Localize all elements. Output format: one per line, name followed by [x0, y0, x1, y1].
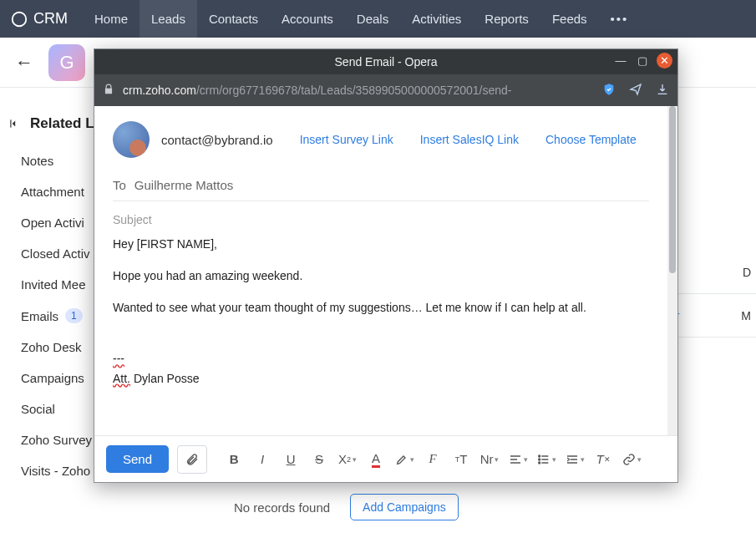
collapse-icon[interactable]	[8, 118, 23, 129]
avatar-letter: G	[59, 52, 74, 74]
nav-activities[interactable]: Activities	[400, 0, 473, 38]
body-greeting: Hey [FIRST NAME],	[113, 235, 649, 255]
to-value: Guilherme Mattos	[134, 178, 233, 192]
nav-contacts[interactable]: Contacts	[197, 0, 270, 38]
window-title: Send Email - Opera	[335, 55, 438, 69]
insert-salesiq-link[interactable]: Insert SalesIQ Link	[420, 133, 519, 146]
font-size-icon[interactable]: TT	[449, 448, 473, 471]
heading-icon[interactable]: Nr▾	[478, 448, 501, 471]
bold-icon[interactable]: B	[222, 448, 246, 471]
to-label: To	[113, 178, 126, 192]
crm-logo[interactable]: CRM	[10, 10, 68, 28]
send-email-window: Send Email - Opera — ▢ ✕ crm.zoho.com/cr…	[94, 48, 678, 483]
list-icon[interactable]: ▾	[535, 448, 558, 471]
top-nav: CRM Home Leads Contacts Accounts Deals A…	[0, 0, 756, 38]
italic-icon[interactable]: I	[251, 448, 274, 471]
svg-point-2	[538, 459, 540, 460]
strikethrough-icon[interactable]: S	[307, 448, 331, 471]
nav-leads[interactable]: Leads	[140, 0, 197, 38]
from-email: contact@bybrand.io	[161, 133, 273, 147]
clear-format-icon[interactable]: T✕	[591, 448, 615, 471]
maximize-icon[interactable]: ▢	[635, 53, 650, 69]
align-icon[interactable]: ▾	[506, 448, 530, 471]
url-text: crm.zoho.com/crm/org677169678/tab/Leads/…	[123, 84, 594, 97]
add-campaigns-button[interactable]: Add Campaigns	[350, 494, 459, 520]
insert-link-icon[interactable]: ▾	[620, 448, 643, 471]
body-line-2: Wanted to see what your team thought of …	[113, 298, 649, 318]
send-button[interactable]: Send	[106, 445, 169, 473]
body-line-1: Hope you had an amazing weekend.	[113, 266, 649, 287]
signature: ---Att. Dylan Posse	[113, 349, 649, 389]
email-body-editor[interactable]: Hey [FIRST NAME], Hope you had an amazin…	[113, 235, 649, 389]
svg-point-1	[538, 455, 540, 457]
browser-address-bar[interactable]: crm.zoho.com/crm/org677169678/tab/Leads/…	[94, 74, 677, 106]
font-color-icon[interactable]: A	[364, 448, 388, 471]
svg-point-3	[538, 462, 540, 464]
sender-avatar	[113, 121, 150, 158]
compose-toolbar: Send B I U S X2▾ A ▾ F TT Nr▾ ▾ ▾ ▾	[94, 435, 677, 482]
download-icon[interactable]	[656, 83, 669, 99]
svg-rect-0	[10, 119, 11, 127]
emails-badge: 1	[65, 308, 83, 323]
insert-survey-link[interactable]: Insert Survey Link	[300, 133, 393, 146]
minimize-icon[interactable]: —	[613, 53, 628, 69]
subject-field[interactable]: Subject	[113, 213, 649, 226]
nav-accounts[interactable]: Accounts	[270, 0, 345, 38]
nav-reports[interactable]: Reports	[473, 0, 540, 38]
indent-icon[interactable]: ▾	[563, 448, 586, 471]
nav-more-icon[interactable]: •••	[599, 12, 641, 26]
send-to-device-icon[interactable]	[629, 83, 642, 99]
font-family-icon[interactable]: F	[421, 448, 444, 471]
nav-deals[interactable]: Deals	[345, 0, 400, 38]
shield-icon[interactable]	[602, 83, 616, 99]
nav-home[interactable]: Home	[83, 0, 140, 38]
close-icon[interactable]: ✕	[657, 53, 672, 69]
attach-button[interactable]	[177, 445, 207, 474]
brand-label: CRM	[33, 10, 68, 28]
choose-template-link[interactable]: Choose Template	[545, 133, 637, 146]
no-records-label: No records found	[234, 500, 330, 515]
lead-avatar[interactable]: G	[48, 44, 85, 81]
email-compose-area: contact@bybrand.io Insert Survey Link In…	[94, 106, 677, 435]
popup-scrollbar[interactable]	[667, 106, 677, 432]
nav-feeds[interactable]: Feeds	[540, 0, 599, 38]
back-arrow-icon[interactable]: ←	[15, 52, 33, 74]
underline-icon[interactable]: U	[279, 448, 302, 471]
subscript-icon[interactable]: X2▾	[336, 448, 359, 471]
window-titlebar[interactable]: Send Email - Opera — ▢ ✕	[94, 49, 677, 74]
campaigns-section: No records found Add Campaigns	[234, 494, 459, 520]
highlight-color-icon[interactable]: ▾	[393, 448, 416, 471]
to-field[interactable]: To Guilherme Mattos	[113, 173, 649, 201]
lock-icon	[103, 84, 114, 98]
